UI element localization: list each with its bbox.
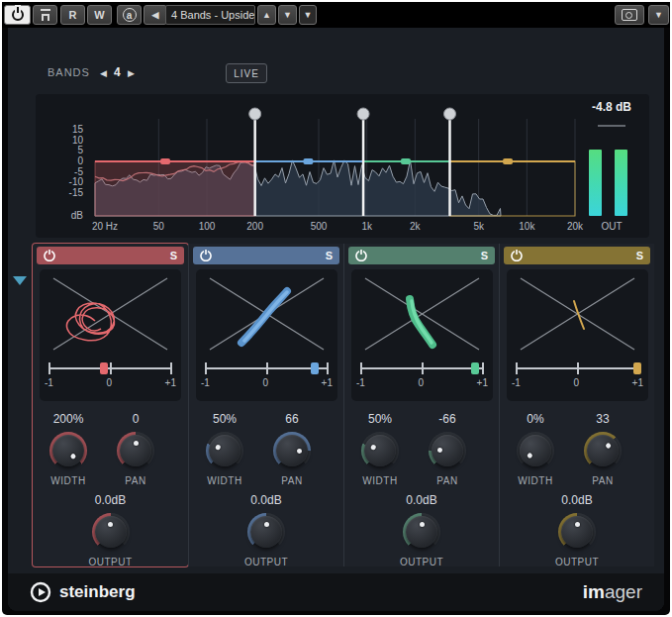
read-automation-button[interactable]: R (60, 5, 85, 25)
width-label: WIDTH (50, 475, 85, 486)
scale-mid: 0 (106, 377, 112, 388)
product-name: imager (583, 581, 642, 603)
width-value: 0% (527, 412, 543, 428)
band-power-button[interactable] (355, 250, 367, 261)
output-meter: -4.8 dB OUT (582, 94, 641, 238)
scale-mid: 0 (262, 377, 268, 388)
window-menu-button[interactable]: ▼ (648, 5, 669, 25)
write-automation-button[interactable]: W (87, 5, 112, 25)
back-arrow-button[interactable]: ◀ (144, 5, 167, 25)
scale-max: +1 (477, 377, 488, 388)
up-triangle-icon: ▲ (262, 11, 271, 20)
plugin-window: R W a ◀ 4 Bands - Upside Down ▲ ▼ ▼ ▼ BA… (0, 0, 672, 617)
scale-max: +1 (632, 377, 643, 388)
bypass-icon (40, 9, 51, 21)
output-label: OUTPUT (555, 557, 599, 567)
freq-tick: 1k (361, 221, 372, 232)
band-panel-4: S -1 0 +1 0% WIDTH 33 (499, 244, 654, 566)
power-icon (12, 9, 24, 21)
db-tick: 10 (51, 135, 83, 146)
preset-next-button[interactable]: ▼ (278, 5, 297, 25)
width-knob[interactable] (206, 432, 243, 469)
a-circle-icon: a (123, 8, 137, 22)
vectorscope-display (507, 271, 648, 357)
db-tick: 5 (51, 145, 83, 155)
width-knob[interactable] (49, 432, 87, 469)
correlation-scale: -1 0 +1 (356, 377, 488, 388)
correlation-meter (205, 362, 329, 374)
correlation-scale: -1 0 +1 (45, 377, 176, 388)
output-label: OUTPUT (88, 557, 132, 567)
output-value: 0.0dB (406, 493, 436, 509)
band-panel-2: S -1 0 +1 50% WIDTH 66 (188, 244, 343, 566)
correlation-meter (360, 362, 484, 374)
pan-knob[interactable] (429, 432, 466, 469)
preset-selector[interactable]: 4 Bands - Upside Down (165, 5, 255, 25)
output-knob[interactable] (403, 513, 440, 551)
crossover-handle-knob[interactable] (357, 108, 369, 120)
pan-label: PAN (436, 475, 457, 486)
band-2-header: S (193, 247, 339, 264)
band-solo-button[interactable]: S (636, 251, 643, 261)
band-gain-marker[interactable] (303, 158, 313, 164)
left-arrow-icon: ◀ (152, 11, 159, 20)
freq-tick: 5k (473, 221, 484, 232)
band-power-button[interactable] (511, 250, 523, 261)
band-gain-marker[interactable] (503, 158, 513, 164)
band-solo-button[interactable]: S (326, 251, 333, 261)
expand-panel-arrow[interactable] (13, 276, 27, 285)
pan-value: 0 (133, 412, 140, 428)
output-knob[interactable] (247, 513, 285, 551)
automation-button[interactable]: a (117, 5, 142, 25)
pan-knob[interactable] (584, 432, 622, 469)
band-panel-3: S -1 0 +1 50% WIDTH -66 (343, 244, 499, 566)
vectorscope-display (196, 271, 337, 357)
width-label: WIDTH (362, 475, 397, 486)
db-tick: -10 (51, 176, 83, 187)
crossover-handle-knob[interactable] (443, 108, 455, 120)
freq-tick: 10k (519, 221, 534, 232)
band-power-button[interactable] (44, 250, 55, 261)
preset-prev-button[interactable]: ▲ (257, 5, 276, 25)
freq-tick: 2k (410, 221, 421, 232)
band-power-button[interactable] (200, 250, 212, 261)
scale-max: +1 (322, 377, 333, 388)
width-value: 50% (213, 412, 237, 428)
band-solo-button[interactable]: S (481, 251, 488, 261)
freq-tick: 20k (567, 221, 583, 232)
output-label: OUTPUT (400, 557, 443, 567)
band-1-header: S (37, 247, 184, 264)
width-knob[interactable] (517, 432, 554, 469)
plugin-power-button[interactable] (4, 5, 31, 25)
bands-increase-button[interactable]: ▶ (128, 68, 135, 78)
band-gain-marker[interactable] (401, 158, 411, 164)
meter-scale-mark (598, 125, 625, 127)
stereo-pattern (66, 303, 114, 341)
bands-count: 4 (114, 65, 121, 79)
pan-knob[interactable] (117, 432, 154, 469)
preset-menu-button[interactable]: ▼ (299, 5, 317, 25)
bands-decrease-button[interactable]: ◀ (100, 68, 107, 78)
band-1-vectorscope: -1 0 +1 (40, 269, 181, 401)
snapshot-button[interactable] (615, 5, 644, 25)
db-tick: 15 (51, 124, 83, 135)
scale-min: -1 (45, 377, 53, 388)
width-label: WIDTH (518, 475, 552, 486)
output-knob[interactable] (558, 513, 596, 551)
band-gain-marker[interactable] (160, 158, 170, 164)
live-button[interactable]: LIVE (226, 63, 267, 83)
output-knob[interactable] (92, 513, 130, 551)
db-tick: -5 (51, 166, 83, 177)
crossover-handle-knob[interactable] (249, 108, 261, 120)
brand-name: steinberg (59, 582, 136, 602)
width-knob[interactable] (361, 432, 399, 469)
band-solo-button[interactable]: S (170, 251, 177, 261)
pan-knob[interactable] (273, 432, 311, 469)
bypass-button[interactable] (33, 5, 57, 25)
freq-tick: 20 Hz (92, 221, 118, 232)
scale-min: -1 (512, 377, 521, 388)
correlation-marker (100, 362, 108, 374)
scale-min: -1 (201, 377, 210, 388)
pan-value: -66 (438, 412, 455, 428)
correlation-scale: -1 0 +1 (201, 377, 333, 388)
